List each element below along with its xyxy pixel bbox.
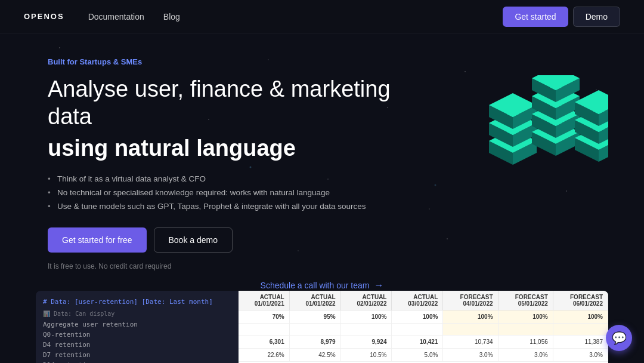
table-row: 6,301 8,979 9,924 10,421 10,734 11,056 1… [239,335,608,348]
cell-pct-6: 100% [498,310,553,323]
cell-num-3: 9,924 [340,335,392,348]
chat-icon: 💬 [612,331,627,345]
cell-pct-2: 95% [289,310,340,323]
code-line-2: D4 retention [43,341,231,349]
left-content: Built for Startups & SMEs Analyse user, … [48,57,405,270]
cell-pct-1: 70% [239,310,289,323]
hero-badge: Built for Startups & SMEs [48,57,405,66]
cell-pct2-6: 3.0% [498,348,553,361]
nav-link-blog[interactable]: Blog [163,12,180,21]
cell-empty-4 [392,323,443,335]
cell-num-6: 11,056 [498,335,553,348]
cell-empty-5 [443,323,498,335]
cell-empty-1 [239,323,289,335]
chat-bubble[interactable]: 💬 [606,325,632,351]
code-line-0: Aggregate user retention [43,321,231,328]
navbar: OPENOS Documentation Blog Get started De… [0,0,644,33]
boxes-svg [489,75,608,195]
code-line-1: Q0-retention [43,331,231,339]
arrow-icon: → [374,280,383,291]
cell-pct2-3: 10.5% [340,348,392,361]
th-forecast-0522: FORECAST05/01/2022 [498,291,553,310]
cell-num-5: 10,734 [443,335,498,348]
th-forecast-0422: FORECAST04/01/2022 [443,291,498,310]
th-forecast-0622: FORECAST06/01/2022 [553,291,608,310]
table-header-row: ACTUAL01/01/2021 ACTUAL01/01/2022 ACTUAL… [239,291,608,310]
cell-pct-4: 100% [392,310,443,323]
cell-num-1: 6,301 [239,335,289,348]
bullet-3: Use & tune models such as GPT, Tapas, Pr… [48,202,405,211]
cell-empty-2 [289,323,340,335]
th-actual-2021: ACTUAL01/01/2021 [239,291,289,310]
get-started-button[interactable]: Get started for free [48,227,147,253]
hero-title-line1: Analyse user, finance & marketing data [48,76,405,130]
main-content: Built for Startups & SMEs Analyse user, … [0,33,644,270]
cell-pct2-1: 22.6% [239,348,289,361]
cell-empty-3 [340,323,392,335]
cell-empty-6 [498,323,553,335]
table-row [239,323,608,335]
bullet-2: No technical or specialised knowledge re… [48,188,405,197]
hero-bullet-list: Think of it as a virtual data analyst & … [48,174,405,211]
cell-pct2-2: 42.5% [289,348,340,361]
code-comment: # Data: [user-retention] [Date: Last mon… [43,298,231,306]
schedule-link[interactable]: Schedule a call with our team → [261,280,384,291]
cell-pct-7: 100% [553,310,608,323]
book-demo-button[interactable]: Book a demo [154,227,233,253]
cell-pct-5: 100% [443,310,498,323]
free-note: It is free to use. No credit card requir… [48,262,405,270]
nav-get-started-button[interactable]: Get started [503,7,568,27]
nav-link-docs[interactable]: Documentation [88,12,144,21]
table-preview: # Data: [user-retention] [Date: Last mon… [36,291,608,363]
logo: OPENOS [24,12,64,21]
table-row: 70% 95% 100% 100% 100% 100% 100% [239,310,608,323]
data-table: ACTUAL01/01/2021 ACTUAL01/01/2022 ACTUAL… [239,291,608,362]
cell-pct2-5: 3.0% [443,348,498,361]
schedule-text: Schedule a call with our team [261,281,370,290]
nav-right: Get started Demo [503,7,620,27]
nav-left: OPENOS Documentation Blog [24,12,180,21]
hero-illustration [489,75,608,197]
code-hint: 📊 Data: Can display [43,310,231,317]
data-panel: ACTUAL01/01/2021 ACTUAL01/01/2022 ACTUAL… [239,291,608,363]
code-panel: # Data: [user-retention] [Date: Last mon… [36,291,239,363]
cell-num-7: 11,387 [553,335,608,348]
cell-empty-7 [553,323,608,335]
nav-demo-button[interactable]: Demo [573,7,620,27]
nav-links: Documentation Blog [88,12,180,21]
cell-pct2-4: 5.0% [392,348,443,361]
cell-pct2-7: 3.0% [553,348,608,361]
cell-num-4: 10,421 [392,335,443,348]
th-actual-0122: ACTUAL01/01/2022 [289,291,340,310]
bullet-1: Think of it as a virtual data analyst & … [48,174,405,183]
cta-buttons: Get started for free Book a demo [48,227,405,253]
cell-num-2: 8,979 [289,335,340,348]
cell-pct-3: 100% [340,310,392,323]
th-actual-0222: ACTUAL02/01/2022 [340,291,392,310]
code-line-3: D7 retention [43,351,231,359]
hero-title-line2: using natural language [48,135,405,162]
schedule-section: Schedule a call with our team → [0,280,644,291]
th-actual-0322: ACTUAL03/01/2022 [392,291,443,310]
table-row: 22.6% 42.5% 10.5% 5.0% 3.0% 3.0% 3.0% [239,348,608,361]
